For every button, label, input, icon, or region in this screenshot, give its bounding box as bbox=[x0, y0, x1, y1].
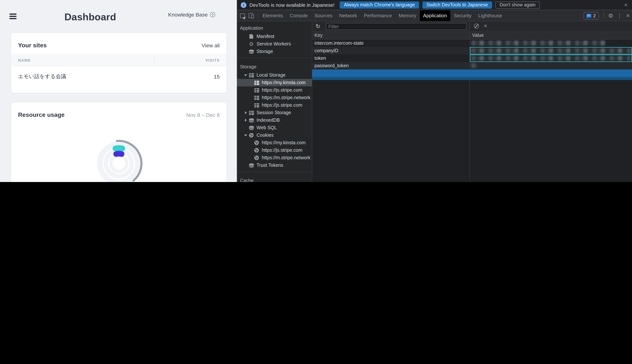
file-icon bbox=[248, 34, 254, 39]
storage-key[interactable]: token bbox=[312, 54, 470, 62]
table-row[interactable]: エモい話をする会議 15 bbox=[11, 66, 227, 87]
device-toolbar-icon[interactable] bbox=[249, 13, 254, 18]
table-row[interactable]: intercom.intercom-state bbox=[312, 40, 632, 47]
site-name[interactable]: エモい話をする会議 bbox=[18, 73, 66, 80]
question-circle-icon[interactable]: ? bbox=[210, 12, 215, 17]
sidebar-item-label: IndexedDB bbox=[257, 118, 280, 123]
your-sites-card: Your sites View all NAME VISITS エモい話をする会… bbox=[11, 33, 227, 93]
devtools-tab[interactable]: Security bbox=[451, 10, 475, 21]
storage-value[interactable] bbox=[470, 40, 632, 47]
your-sites-view-all-link[interactable]: View all bbox=[202, 42, 220, 48]
storage-value[interactable] bbox=[470, 62, 632, 70]
storage-key[interactable] bbox=[312, 70, 470, 77]
sidebar-item[interactable]: Storage bbox=[237, 48, 312, 55]
sidebar-item-label: Session Storage bbox=[257, 110, 291, 115]
devtools-tab[interactable]: Sources bbox=[311, 10, 336, 21]
sidebar-item[interactable]: Session Storage bbox=[237, 109, 312, 116]
banner-button[interactable]: Don't show again bbox=[495, 1, 540, 8]
storage-table-header: Key Value bbox=[312, 32, 632, 40]
key-column-header[interactable]: Key bbox=[312, 32, 470, 39]
kebab-menu-icon[interactable]: ⋮ bbox=[617, 13, 622, 18]
storage-value[interactable] bbox=[470, 70, 632, 77]
tree-arrow-icon bbox=[243, 134, 248, 136]
devtools-tab[interactable]: Lighthouse bbox=[475, 10, 506, 21]
sidebar-item[interactable]: Web SQL bbox=[237, 124, 312, 132]
table-empty-area bbox=[312, 80, 632, 182]
storage-key[interactable]: companyID bbox=[312, 47, 470, 54]
sidebar-item[interactable]: Storage bbox=[237, 61, 312, 71]
site-visits: 15 bbox=[214, 74, 220, 80]
knowledge-base-label: Knowledge Base bbox=[168, 12, 208, 18]
sidebar-item-label: Application bbox=[240, 26, 263, 31]
devtools-tab[interactable]: Elements bbox=[259, 10, 286, 21]
sidebar-item[interactable]: Service Workers bbox=[237, 40, 312, 48]
devtools-tab[interactable]: Console bbox=[286, 10, 311, 21]
devtools-tab[interactable]: Network bbox=[336, 10, 360, 21]
toolbar-divider bbox=[258, 12, 259, 18]
sidebar-item[interactable]: https://js.stripe.com bbox=[237, 146, 312, 154]
sidebar-item-label: Service Workers bbox=[257, 41, 291, 46]
storage-key[interactable]: intercom.intercom-state bbox=[312, 40, 470, 47]
delete-selected-icon[interactable]: × bbox=[484, 23, 487, 29]
sidebar-item[interactable]: Local Storage bbox=[237, 71, 312, 79]
sidebar-item[interactable]: https://my.kinsta.com bbox=[237, 79, 312, 86]
banner-button[interactable]: Always match Chrome's language bbox=[340, 1, 419, 8]
devtools-tab[interactable]: Application bbox=[420, 10, 450, 21]
inspect-element-icon[interactable] bbox=[240, 13, 245, 18]
cookie-icon bbox=[254, 148, 260, 152]
storage-rows: intercom.intercom-state companyID bbox=[312, 40, 632, 77]
sidebar-item[interactable]: Cookies bbox=[237, 132, 312, 139]
table-row[interactable]: password_token bbox=[312, 62, 632, 70]
hamburger-menu-icon[interactable] bbox=[10, 14, 17, 19]
sidebar-item[interactable]: https://js.stripe.com bbox=[237, 102, 312, 109]
table-row[interactable]: token bbox=[312, 54, 632, 62]
issues-count-badge: 2 bbox=[593, 13, 596, 18]
sidebar-item[interactable]: https://js.stripe.com bbox=[237, 86, 312, 94]
cdn-arc bbox=[116, 154, 122, 154]
devtools-tab[interactable]: Memory bbox=[395, 10, 420, 21]
sidebar-item-label: Cache bbox=[240, 178, 254, 182]
banner-close-icon[interactable]: × bbox=[624, 2, 627, 8]
table-icon bbox=[248, 111, 254, 115]
settings-gear-icon[interactable]: ⚙ bbox=[608, 13, 613, 18]
storage-key[interactable]: password_token bbox=[312, 62, 470, 70]
refresh-icon[interactable]: ↻ bbox=[316, 23, 320, 29]
sidebar-item-label: https://m.stripe.network bbox=[262, 95, 310, 100]
sidebar-item[interactable]: Manifest bbox=[237, 33, 312, 40]
sidebar-item[interactable]: https://my.kinsta.com bbox=[237, 139, 312, 146]
banner-button[interactable]: Switch DevTools to Japanese bbox=[423, 1, 492, 8]
storage-value[interactable] bbox=[470, 47, 632, 54]
table-icon bbox=[248, 73, 254, 77]
value-column-header[interactable]: Value bbox=[470, 32, 632, 39]
sidebar-item[interactable]: IndexedDB bbox=[237, 116, 312, 124]
column-visits: VISITS bbox=[205, 58, 220, 62]
kinsta-dashboard: Dashboard Knowledge Base ? Your sites Vi… bbox=[0, 0, 237, 182]
sidebar-item[interactable] bbox=[237, 58, 312, 58]
devtools-tab[interactable]: Performance bbox=[361, 10, 395, 21]
sidebar-item[interactable] bbox=[237, 172, 312, 172]
sidebar-item-label: Storage bbox=[240, 64, 257, 70]
sidebar-item[interactable]: https://m.stripe.network bbox=[237, 154, 312, 162]
devtools-close-icon[interactable]: × bbox=[626, 12, 630, 19]
database-icon bbox=[248, 118, 254, 122]
sidebar-item[interactable]: https://m.stripe.network bbox=[237, 94, 312, 102]
toolbar-divider bbox=[603, 12, 604, 18]
table-icon bbox=[254, 96, 260, 100]
sites-table-header: NAME VISITS bbox=[11, 54, 227, 66]
filter-input[interactable] bbox=[326, 23, 467, 30]
table-row[interactable]: companyID bbox=[312, 47, 632, 54]
toolbar-divider bbox=[470, 23, 470, 30]
sidebar-item[interactable]: Cache bbox=[237, 175, 312, 182]
clear-storage-icon[interactable] bbox=[474, 24, 479, 28]
database-icon bbox=[248, 163, 254, 167]
storage-value[interactable] bbox=[470, 54, 632, 62]
sidebar-item-label: https://js.stripe.com bbox=[262, 148, 302, 153]
sidebar-item-label: Manifest bbox=[257, 34, 274, 39]
devtools-tabs: Elements Console Sources Network Perform… bbox=[259, 10, 506, 21]
knowledge-base-link[interactable]: Knowledge Base ? bbox=[168, 12, 215, 18]
sidebar-item[interactable]: Application bbox=[237, 22, 312, 33]
sidebar-item[interactable]: Trust Tokens bbox=[237, 162, 312, 169]
issues-button[interactable]: 2 bbox=[583, 12, 599, 19]
table-row[interactable] bbox=[312, 70, 632, 77]
resource-usage-donut-chart bbox=[93, 134, 145, 182]
